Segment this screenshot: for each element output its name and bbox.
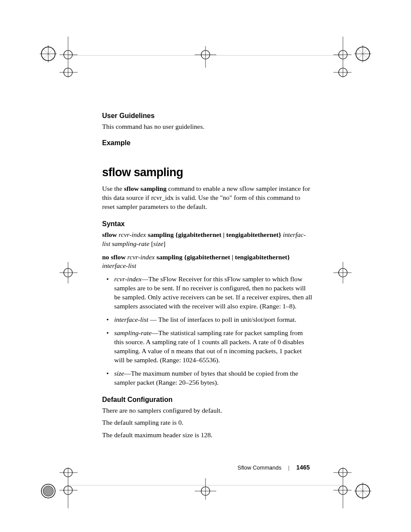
- syntax-line-2: no sflow rcvr-index sampling {gigabiteth…: [102, 253, 313, 271]
- heading-example: Example: [102, 139, 313, 147]
- heading-user-guidelines: User Guidelines: [102, 112, 313, 120]
- crop-mark-top-left: [39, 37, 78, 78]
- default-config-line-2: The default maximum header size is 128.: [102, 431, 313, 440]
- crop-mark-top-right: [333, 37, 372, 78]
- bullet-3-desc: The maximum number of bytes that should …: [114, 370, 298, 386]
- crop-mark-bottom-left: [39, 467, 78, 508]
- section-title: sflow sampling: [102, 166, 313, 179]
- crop-mark-mid-left: [39, 262, 78, 283]
- crop-mark-bottom-right: [333, 467, 372, 508]
- footer-chapter: Sflow Commands: [237, 464, 281, 471]
- bullet-0-term: rcvr-index: [114, 275, 142, 283]
- bullet-sampling-rate: sampling-rate—The statistical sampling r…: [114, 329, 313, 365]
- syntax1-p6: size: [153, 240, 163, 247]
- syntax2-p4: interface-list: [102, 262, 136, 269]
- syntax2-p2: rcvr-index: [128, 253, 155, 261]
- heading-syntax: Syntax: [102, 220, 313, 228]
- page-content: User Guidelines This command has no user…: [102, 112, 313, 443]
- bullet-1-desc: The list of interfaces to poll in unit/s…: [158, 316, 296, 323]
- bullet-2-term: sampling-rate: [114, 329, 152, 336]
- syntax2-p3: sampling {gigabitethernet | tengigabitet…: [155, 253, 290, 261]
- syntax1-p3: sampling {gigabitethernet | tengigabitet…: [146, 231, 283, 238]
- default-config-line-1: The default sampling rate is 0.: [102, 418, 313, 427]
- bullet-1-dash: —: [148, 316, 158, 323]
- crop-mark-mid-right: [333, 262, 372, 283]
- default-config-line-0: There are no samplers configured by defa…: [102, 406, 313, 415]
- bullet-rcvr-index: rcvr-index—The sFlow Receiver for this s…: [114, 275, 313, 311]
- syntax1-p2: rcvr-index: [118, 231, 146, 238]
- syntax2-p1: no sflow: [102, 253, 128, 261]
- bullet-3-term: size: [114, 370, 124, 377]
- bullet-size: size—The maximum number of bytes that sh…: [114, 369, 313, 387]
- footer-page-number: 1465: [296, 464, 310, 471]
- parameter-list: rcvr-index—The sFlow Receiver for this s…: [102, 275, 313, 387]
- bullet-interface-list: interface-list — The list of interfaces …: [114, 315, 313, 324]
- syntax-line-1: sflow rcvr-index sampling {gigabitethern…: [102, 230, 313, 249]
- intro-cmd: sflow sampling: [124, 185, 167, 192]
- syntax1-p7: ]: [163, 240, 165, 247]
- bullet-3-dash: —: [124, 370, 131, 377]
- bullet-0-dash: —: [142, 275, 149, 283]
- bullet-1-term: interface-list: [114, 316, 148, 323]
- bullet-2-dash: —: [152, 329, 159, 336]
- syntax1-p1: sflow: [102, 231, 118, 238]
- crop-mark-top-center: [190, 46, 221, 68]
- user-guidelines-body: This command has no user guidelines.: [102, 122, 313, 131]
- heading-default-config: Default Configuration: [102, 396, 313, 404]
- intro-pre: Use the: [102, 185, 124, 192]
- crop-mark-bottom-center: [190, 478, 221, 500]
- page-footer: Sflow Commands | 1465: [237, 464, 310, 471]
- syntax1-p5: [: [149, 240, 153, 247]
- intro-paragraph: Use the sflow sampling command to enable…: [102, 184, 313, 212]
- footer-separator: |: [288, 464, 290, 471]
